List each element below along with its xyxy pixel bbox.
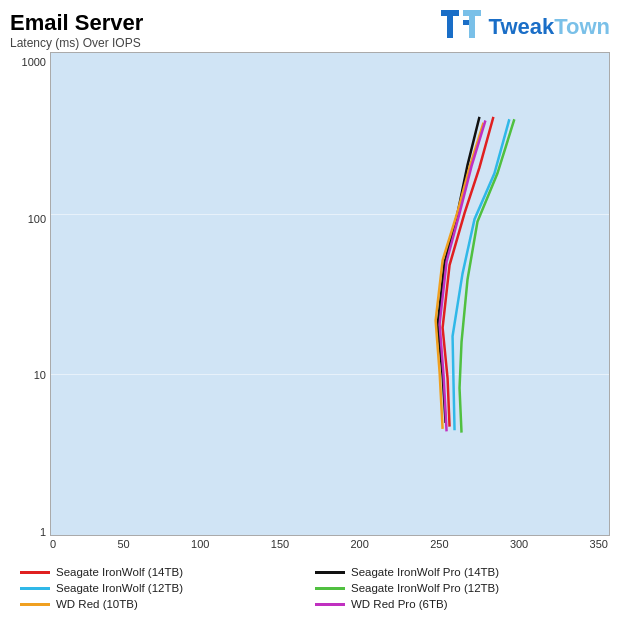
- legend-item-ironwolf-12: Seagate IronWolf (12TB): [20, 582, 305, 594]
- legend: Seagate IronWolf (14TB) Seagate IronWolf…: [10, 566, 610, 610]
- legend-color-ironwolf-12: [20, 587, 50, 590]
- x-label-350: 350: [590, 538, 608, 550]
- logo-icon: [441, 10, 483, 44]
- legend-label-wd-red: WD Red (10TB): [56, 598, 138, 610]
- legend-item-wd-red: WD Red (10TB): [20, 598, 305, 610]
- legend-item-ironwolf-pro-14: Seagate IronWolf Pro (14TB): [315, 566, 600, 578]
- svg-rect-0: [441, 10, 459, 16]
- svg-rect-1: [447, 16, 453, 38]
- y-label-1: 1: [40, 526, 46, 538]
- y-label-10: 10: [34, 369, 46, 381]
- legend-color-ironwolf-pro-12: [315, 587, 345, 590]
- x-label-250: 250: [430, 538, 448, 550]
- svg-rect-2: [463, 10, 481, 16]
- main-title: Email Server: [10, 10, 143, 36]
- subtitle: Latency (ms) Over IOPS: [10, 36, 143, 50]
- legend-label-ironwolf-14: Seagate IronWolf (14TB): [56, 566, 183, 578]
- svg-rect-4: [463, 20, 469, 25]
- header: Email Server Latency (ms) Over IOPS Twea: [10, 10, 610, 50]
- title-block: Email Server Latency (ms) Over IOPS: [10, 10, 143, 50]
- logo: TweakTown: [441, 10, 610, 44]
- legend-label-ironwolf-pro-12: Seagate IronWolf Pro (12TB): [351, 582, 499, 594]
- legend-label-ironwolf-pro-14: Seagate IronWolf Pro (14TB): [351, 566, 499, 578]
- chart-svg: [51, 53, 609, 535]
- x-label-150: 150: [271, 538, 289, 550]
- y-label-1000: 1000: [22, 56, 46, 68]
- svg-rect-3: [469, 16, 475, 38]
- plot-area: [50, 52, 610, 536]
- logo-text-light: Town: [554, 14, 610, 39]
- x-label-0: 0: [50, 538, 56, 550]
- chart-area: 1000 100 10 1: [10, 52, 610, 558]
- legend-item-ironwolf-pro-12: Seagate IronWolf Pro (12TB): [315, 582, 600, 594]
- x-label-200: 200: [350, 538, 368, 550]
- y-axis: 1000 100 10 1: [10, 52, 50, 558]
- legend-color-wd-red-pro: [315, 603, 345, 606]
- logo-text: TweakTown: [489, 14, 610, 40]
- chart-inner: 0 50 100 150 200 250 300 350: [50, 52, 610, 558]
- legend-color-ironwolf-14: [20, 571, 50, 574]
- main-container: Email Server Latency (ms) Over IOPS Twea: [0, 0, 620, 620]
- legend-label-ironwolf-12: Seagate IronWolf (12TB): [56, 582, 183, 594]
- legend-item-ironwolf-14: Seagate IronWolf (14TB): [20, 566, 305, 578]
- x-label-300: 300: [510, 538, 528, 550]
- x-label-100: 100: [191, 538, 209, 550]
- legend-color-wd-red: [20, 603, 50, 606]
- legend-label-wd-red-pro: WD Red Pro (6TB): [351, 598, 448, 610]
- x-label-50: 50: [117, 538, 129, 550]
- legend-color-ironwolf-pro-14: [315, 571, 345, 574]
- logo-text-dark: Tweak: [489, 14, 555, 39]
- logo-svg: [441, 10, 483, 44]
- x-axis: 0 50 100 150 200 250 300 350: [50, 536, 610, 558]
- y-label-100: 100: [28, 213, 46, 225]
- legend-item-wd-red-pro: WD Red Pro (6TB): [315, 598, 600, 610]
